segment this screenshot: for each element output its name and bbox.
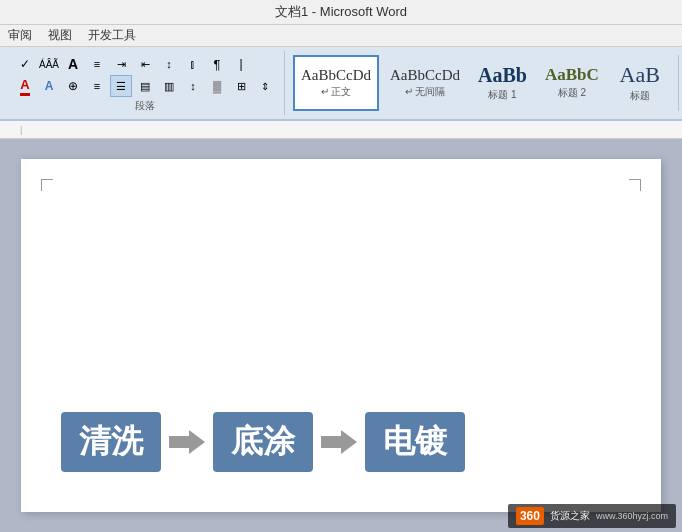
process-box-qingxi: 清洗	[61, 412, 161, 472]
para-icons-row1: ✓ ÁÂÃ A ≡ ⇥ ⇤ ↕	[14, 53, 276, 75]
style-biaoti2[interactable]: AaBbC 标题 2	[538, 55, 606, 111]
menu-item-review[interactable]: 审阅	[8, 27, 32, 44]
style-biaoti-label: 标题	[630, 89, 650, 103]
style-biaoti1[interactable]: AaBb 标题 1	[471, 55, 534, 111]
style-wujiange-text: AaBbCcDd	[390, 67, 460, 84]
spelling-icon[interactable]: ✓	[14, 53, 36, 75]
process-flow: 清洗 底涂 电镀	[61, 412, 465, 472]
border-icon[interactable]: ⊞	[230, 75, 252, 97]
align-right-icon[interactable]: ▤	[134, 75, 156, 97]
paragraph-label: 段落	[14, 99, 276, 113]
abc-icon[interactable]: ÁÂÃ	[38, 53, 60, 75]
paragraph-section: ✓ ÁÂÃ A ≡ ⇥ ⇤ ↕	[6, 51, 285, 115]
style-biaoti-text: AaB	[620, 63, 660, 87]
align-left-icon[interactable]: ≡	[86, 75, 108, 97]
arrow-2	[321, 428, 357, 456]
circle-icon[interactable]: ⊕	[62, 75, 84, 97]
fill-color-icon[interactable]: ▓	[206, 75, 228, 97]
watermark-logo: 360	[516, 507, 544, 525]
list-icon[interactable]: ≡	[86, 53, 108, 75]
watermark-text: 货源之家	[550, 509, 590, 523]
pipe-icon[interactable]: |	[230, 53, 252, 75]
style-wujiange[interactable]: AaBbCcDd ↵ 无间隔	[383, 55, 467, 111]
menu-item-devtools[interactable]: 开发工具	[88, 27, 136, 44]
para-icons-row2: A A ⊕ ≡ ☰ ▤ ▥	[14, 75, 276, 97]
spacing-icon[interactable]: ⇕	[254, 75, 276, 97]
align-center-icon[interactable]: ☰	[110, 75, 132, 97]
indent2-icon[interactable]: ⇤	[134, 53, 156, 75]
app-wrapper: 文档1 - Microsoft Word 审阅 视图 开发工具 ✓ ÁÂÃ A	[0, 0, 682, 532]
menu-bar: 审阅 视图 开发工具	[0, 25, 682, 47]
svg-marker-1	[321, 430, 357, 454]
line-spacing-icon[interactable]: ↕	[182, 75, 204, 97]
ruler: |	[0, 121, 682, 139]
process-box-diandu: 电镀	[365, 412, 465, 472]
style-zhengwen-label: ↵ 正文	[321, 85, 352, 99]
indent-icon[interactable]: ⇥	[110, 53, 132, 75]
title-text: 文档1 - Microsoft Word	[275, 4, 407, 19]
style-biaoti[interactable]: AaB 标题	[610, 55, 670, 111]
title-bar: 文档1 - Microsoft Word	[0, 0, 682, 25]
menu-item-view[interactable]: 视图	[48, 27, 72, 44]
corner-mark-tl	[41, 179, 53, 191]
style-biaoti2-label: 标题 2	[558, 86, 586, 100]
style-zhengwen-text: AaBbCcDd	[301, 67, 371, 84]
corner-mark-tr	[629, 179, 641, 191]
style-biaoti2-text: AaBbC	[545, 66, 599, 85]
style-wujiange-label: ↵ 无间隔	[405, 85, 446, 99]
ruler-content: |	[0, 121, 682, 138]
highlight-icon[interactable]: A	[38, 75, 60, 97]
justify-icon[interactable]: ▥	[158, 75, 180, 97]
style-zhengwen[interactable]: AaBbCcDd ↵ 正文	[293, 55, 379, 111]
arrow-1	[169, 428, 205, 456]
style-biaoti1-text: AaBb	[478, 64, 527, 86]
ruler-left-margin: |	[20, 125, 22, 135]
watermark: 360 货源之家 www.360hyzj.com	[508, 504, 676, 528]
ribbon: ✓ ÁÂÃ A ≡ ⇥ ⇤ ↕	[0, 47, 682, 121]
pilcrow-icon[interactable]: ¶	[206, 53, 228, 75]
divider	[678, 55, 679, 111]
text-icon[interactable]: A	[62, 53, 84, 75]
process-box-ditu: 底涂	[213, 412, 313, 472]
document-page: 清洗 底涂 电镀	[21, 159, 661, 512]
font-color-icon[interactable]: A	[14, 75, 36, 97]
columns-icon[interactable]: ⫿	[182, 53, 204, 75]
style-biaoti1-label: 标题 1	[488, 88, 516, 102]
styles-panel: AaBbCcDd ↵ 正文 AaBbCcDd ↵ 无间隔 AaBb 标题 1 A…	[287, 51, 682, 115]
document-area: 清洗 底涂 电镀	[0, 139, 682, 532]
sort-icon[interactable]: ↕	[158, 53, 180, 75]
svg-marker-0	[169, 430, 205, 454]
watermark-url: www.360hyzj.com	[596, 511, 668, 521]
